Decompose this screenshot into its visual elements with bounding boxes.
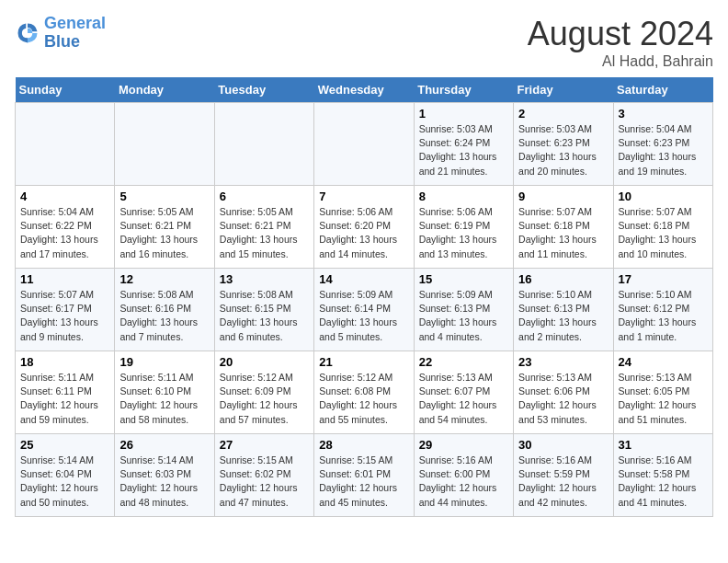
day-info: Sunrise: 5:07 AM Sunset: 6:18 PM Dayligh… bbox=[518, 205, 608, 261]
day-number: 12 bbox=[119, 272, 209, 286]
day-number: 6 bbox=[220, 190, 309, 203]
day-number: 3 bbox=[619, 107, 708, 121]
logo-blue: Blue bbox=[44, 32, 80, 51]
day-number: 9 bbox=[518, 190, 608, 203]
weekday-header-tuesday: Tuesday bbox=[214, 77, 313, 103]
day-cell-19: 19Sunrise: 5:11 AM Sunset: 6:10 PM Dayli… bbox=[115, 351, 214, 434]
logo-icon bbox=[15, 20, 40, 46]
weekday-header-thursday: Thursday bbox=[414, 77, 513, 103]
day-info: Sunrise: 5:12 AM Sunset: 6:09 PM Dayligh… bbox=[220, 371, 309, 427]
day-cell-21: 21Sunrise: 5:12 AM Sunset: 6:08 PM Dayli… bbox=[314, 351, 414, 434]
day-cell-5: 5Sunrise: 5:05 AM Sunset: 6:21 PM Daylig… bbox=[115, 186, 214, 269]
day-info: Sunrise: 5:08 AM Sunset: 6:15 PM Dayligh… bbox=[220, 288, 309, 344]
day-info: Sunrise: 5:09 AM Sunset: 6:14 PM Dayligh… bbox=[319, 288, 408, 344]
day-info: Sunrise: 5:11 AM Sunset: 6:10 PM Dayligh… bbox=[119, 371, 209, 427]
day-number: 2 bbox=[518, 107, 608, 121]
week-row-4: 18Sunrise: 5:11 AM Sunset: 6:11 PM Dayli… bbox=[16, 351, 713, 434]
day-number: 17 bbox=[619, 272, 708, 286]
day-info: Sunrise: 5:10 AM Sunset: 6:13 PM Dayligh… bbox=[518, 288, 608, 344]
week-row-3: 11Sunrise: 5:07 AM Sunset: 6:17 PM Dayli… bbox=[16, 269, 713, 351]
calendar-table: SundayMondayTuesdayWednesdayThursdayFrid… bbox=[15, 77, 713, 517]
day-info: Sunrise: 5:16 AM Sunset: 5:58 PM Dayligh… bbox=[619, 454, 708, 510]
day-info: Sunrise: 5:13 AM Sunset: 6:06 PM Dayligh… bbox=[518, 371, 608, 427]
day-info: Sunrise: 5:14 AM Sunset: 6:03 PM Dayligh… bbox=[119, 454, 209, 510]
day-cell-2: 2Sunrise: 5:03 AM Sunset: 6:23 PM Daylig… bbox=[514, 103, 613, 186]
day-number: 28 bbox=[319, 438, 408, 452]
day-info: Sunrise: 5:03 AM Sunset: 6:23 PM Dayligh… bbox=[518, 122, 608, 178]
day-number: 8 bbox=[419, 190, 508, 203]
day-cell-3: 3Sunrise: 5:04 AM Sunset: 6:23 PM Daylig… bbox=[613, 103, 712, 186]
day-info: Sunrise: 5:06 AM Sunset: 6:20 PM Dayligh… bbox=[319, 205, 408, 261]
day-cell-22: 22Sunrise: 5:13 AM Sunset: 6:07 PM Dayli… bbox=[414, 351, 513, 434]
weekday-header-sunday: Sunday bbox=[16, 77, 115, 103]
day-info: Sunrise: 5:04 AM Sunset: 6:22 PM Dayligh… bbox=[20, 205, 109, 261]
day-number: 20 bbox=[220, 355, 309, 369]
day-cell-15: 15Sunrise: 5:09 AM Sunset: 6:13 PM Dayli… bbox=[414, 269, 513, 351]
day-info: Sunrise: 5:10 AM Sunset: 6:12 PM Dayligh… bbox=[619, 288, 708, 344]
day-cell-9: 9Sunrise: 5:07 AM Sunset: 6:18 PM Daylig… bbox=[514, 186, 613, 269]
empty-cell bbox=[115, 103, 214, 186]
day-number: 5 bbox=[119, 190, 209, 203]
day-number: 26 bbox=[119, 438, 209, 452]
day-number: 23 bbox=[518, 355, 608, 369]
day-cell-6: 6Sunrise: 5:05 AM Sunset: 6:21 PM Daylig… bbox=[214, 186, 313, 269]
weekday-header-friday: Friday bbox=[514, 77, 613, 103]
day-cell-8: 8Sunrise: 5:06 AM Sunset: 6:19 PM Daylig… bbox=[414, 186, 513, 269]
day-info: Sunrise: 5:03 AM Sunset: 6:24 PM Dayligh… bbox=[419, 122, 508, 178]
main-title: August 2024 bbox=[528, 15, 713, 53]
day-cell-14: 14Sunrise: 5:09 AM Sunset: 6:14 PM Dayli… bbox=[314, 269, 414, 351]
day-number: 10 bbox=[619, 190, 708, 203]
page-header: General Blue August 2024 Al Hadd, Bahrai… bbox=[15, 15, 713, 70]
day-cell-24: 24Sunrise: 5:13 AM Sunset: 6:05 PM Dayli… bbox=[613, 351, 712, 434]
day-cell-1: 1Sunrise: 5:03 AM Sunset: 6:24 PM Daylig… bbox=[414, 103, 513, 186]
day-number: 31 bbox=[619, 438, 708, 452]
day-number: 18 bbox=[20, 355, 109, 369]
day-info: Sunrise: 5:06 AM Sunset: 6:19 PM Dayligh… bbox=[419, 205, 508, 261]
day-cell-10: 10Sunrise: 5:07 AM Sunset: 6:18 PM Dayli… bbox=[613, 186, 712, 269]
day-cell-28: 28Sunrise: 5:15 AM Sunset: 6:01 PM Dayli… bbox=[314, 434, 414, 517]
day-info: Sunrise: 5:12 AM Sunset: 6:08 PM Dayligh… bbox=[319, 371, 408, 427]
day-number: 13 bbox=[220, 272, 309, 286]
day-number: 19 bbox=[119, 355, 209, 369]
title-block: August 2024 Al Hadd, Bahrain bbox=[528, 15, 713, 70]
day-cell-17: 17Sunrise: 5:10 AM Sunset: 6:12 PM Dayli… bbox=[613, 269, 712, 351]
day-number: 11 bbox=[20, 272, 109, 286]
day-cell-31: 31Sunrise: 5:16 AM Sunset: 5:58 PM Dayli… bbox=[613, 434, 712, 517]
logo-text: General Blue bbox=[44, 15, 106, 52]
logo-general: General bbox=[44, 14, 106, 32]
day-number: 14 bbox=[319, 272, 408, 286]
empty-cell bbox=[314, 103, 414, 186]
day-cell-18: 18Sunrise: 5:11 AM Sunset: 6:11 PM Dayli… bbox=[16, 351, 115, 434]
day-info: Sunrise: 5:11 AM Sunset: 6:11 PM Dayligh… bbox=[20, 371, 109, 427]
location-subtitle: Al Hadd, Bahrain bbox=[528, 53, 713, 70]
weekday-header-monday: Monday bbox=[115, 77, 214, 103]
day-info: Sunrise: 5:13 AM Sunset: 6:07 PM Dayligh… bbox=[419, 371, 508, 427]
week-row-2: 4Sunrise: 5:04 AM Sunset: 6:22 PM Daylig… bbox=[16, 186, 713, 269]
day-cell-29: 29Sunrise: 5:16 AM Sunset: 6:00 PM Dayli… bbox=[414, 434, 513, 517]
day-cell-26: 26Sunrise: 5:14 AM Sunset: 6:03 PM Dayli… bbox=[115, 434, 214, 517]
day-cell-7: 7Sunrise: 5:06 AM Sunset: 6:20 PM Daylig… bbox=[314, 186, 414, 269]
day-number: 29 bbox=[419, 438, 508, 452]
day-number: 22 bbox=[419, 355, 508, 369]
day-number: 27 bbox=[220, 438, 309, 452]
day-info: Sunrise: 5:16 AM Sunset: 5:59 PM Dayligh… bbox=[518, 454, 608, 510]
day-cell-25: 25Sunrise: 5:14 AM Sunset: 6:04 PM Dayli… bbox=[16, 434, 115, 517]
day-number: 21 bbox=[319, 355, 408, 369]
day-number: 4 bbox=[20, 190, 109, 203]
day-cell-16: 16Sunrise: 5:10 AM Sunset: 6:13 PM Dayli… bbox=[514, 269, 613, 351]
day-info: Sunrise: 5:09 AM Sunset: 6:13 PM Dayligh… bbox=[419, 288, 508, 344]
logo: General Blue bbox=[15, 15, 106, 52]
week-row-1: 1Sunrise: 5:03 AM Sunset: 6:24 PM Daylig… bbox=[16, 103, 713, 186]
day-cell-4: 4Sunrise: 5:04 AM Sunset: 6:22 PM Daylig… bbox=[16, 186, 115, 269]
day-info: Sunrise: 5:13 AM Sunset: 6:05 PM Dayligh… bbox=[619, 371, 708, 427]
day-cell-20: 20Sunrise: 5:12 AM Sunset: 6:09 PM Dayli… bbox=[214, 351, 313, 434]
day-info: Sunrise: 5:04 AM Sunset: 6:23 PM Dayligh… bbox=[619, 122, 708, 178]
day-info: Sunrise: 5:16 AM Sunset: 6:00 PM Dayligh… bbox=[419, 454, 508, 510]
weekday-header-saturday: Saturday bbox=[613, 77, 712, 103]
day-info: Sunrise: 5:15 AM Sunset: 6:02 PM Dayligh… bbox=[220, 454, 309, 510]
day-info: Sunrise: 5:07 AM Sunset: 6:18 PM Dayligh… bbox=[619, 205, 708, 261]
weekday-header-row: SundayMondayTuesdayWednesdayThursdayFrid… bbox=[16, 77, 713, 103]
day-info: Sunrise: 5:05 AM Sunset: 6:21 PM Dayligh… bbox=[220, 205, 309, 261]
day-number: 16 bbox=[518, 272, 608, 286]
empty-cell bbox=[16, 103, 115, 186]
